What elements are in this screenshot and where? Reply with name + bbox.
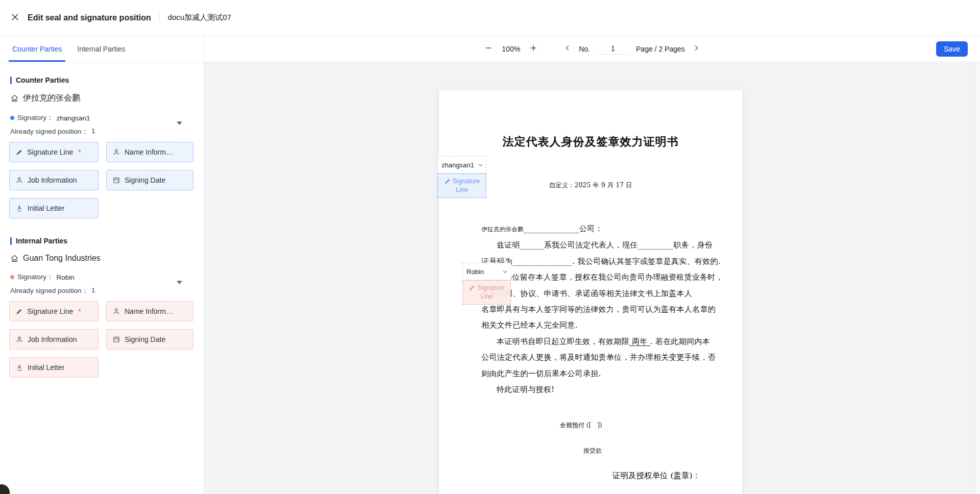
- user-icon: [16, 336, 23, 343]
- zoom-level: 100%: [500, 45, 522, 53]
- signatory-status-dot: [10, 275, 14, 279]
- signature-line-label: Signature: [477, 284, 505, 292]
- field-job-information[interactable]: Job Information: [9, 170, 99, 190]
- page-number-input[interactable]: [597, 43, 629, 55]
- field-label: Signature Line: [27, 148, 73, 156]
- caret-down-icon: [177, 278, 182, 286]
- plus-icon: [529, 44, 537, 54]
- home-icon: [10, 254, 19, 263]
- assignee-name: Robin: [467, 268, 502, 276]
- signature-overlay-counter: zhangsan1 Signature Line: [437, 156, 486, 198]
- required-asterisk: *: [78, 148, 81, 156]
- assignee-select[interactable]: Robin: [462, 263, 511, 280]
- signed-position-row: Already signed position： 1: [9, 286, 194, 295]
- required-asterisk: *: [78, 307, 81, 315]
- calendar-icon: [113, 336, 120, 343]
- section-accent-bar: [10, 237, 12, 245]
- field-label: Initial Letter: [28, 204, 64, 212]
- signature-line-placement[interactable]: Signature Line: [437, 174, 486, 198]
- collapse-signatory-button[interactable]: [176, 277, 183, 287]
- pen-icon: [16, 308, 22, 315]
- doc-line: 名章即具有与本人签字同等的法律效力，贵司可认为盖有本人名章的: [481, 302, 704, 317]
- field-job-information[interactable]: Job Information: [9, 329, 99, 350]
- document-title: 法定代表人身份及签章效力证明书: [439, 134, 742, 150]
- collapse-signatory-button[interactable]: [176, 118, 183, 128]
- signatory-name: Robin: [57, 274, 75, 281]
- field-label: Job Information: [28, 335, 77, 343]
- calendar-icon: [113, 177, 120, 184]
- field-initial-letter[interactable]: Initial Letter: [9, 357, 99, 378]
- sidebar-tabs: Counter Parties Internal Parties: [0, 36, 204, 62]
- chevron-down-icon: [502, 269, 508, 275]
- doc-line: 本证明书自即日起立即生效，有效期限 两年 . 若在此期间内本: [481, 334, 704, 350]
- sub-header: Counter Parties Internal Parties 100% No…: [0, 36, 980, 62]
- tab-counter-parties[interactable]: Counter Parties: [12, 36, 62, 62]
- assignee-select[interactable]: zhangsan1: [437, 156, 486, 174]
- signatory-label: Signatory：: [17, 113, 54, 122]
- field-label: Job Information: [28, 176, 77, 184]
- section-header: Counter Parties: [9, 76, 194, 84]
- field-initial-letter[interactable]: Initial Letter: [9, 198, 99, 218]
- signature-line-label: Signature: [453, 177, 480, 186]
- doc-line: 证号码为_______________. 我公司确认其签字或签章是真实、有效的.: [481, 254, 704, 269]
- tab-internal-parties[interactable]: Internal Parties: [77, 36, 125, 62]
- doc-line: 相关文件已经本人完全同意.: [481, 317, 704, 333]
- document-canvas: 法定代表人身份及签章效力证明书 自定义：2025 年 9 月 17 日 伊拉克的…: [204, 62, 980, 494]
- field-signing-date[interactable]: Signing Date: [106, 170, 193, 190]
- chevron-left-icon: [564, 44, 571, 53]
- field-name-inform[interactable]: Name Inform…: [106, 142, 193, 162]
- top-header: Edit seal and signature position docu加减人…: [0, 0, 980, 36]
- company-row: 伊拉克的张会鹏: [9, 93, 194, 104]
- doc-line: 贵单位留存本人签章，授权在我公司向贵司办理融资租赁业务时，: [481, 269, 704, 285]
- prev-page-button[interactable]: [563, 43, 572, 54]
- signed-position-count: 1: [91, 286, 95, 295]
- company-name: Guan Tong Industries: [23, 254, 101, 263]
- close-icon: [11, 13, 19, 23]
- section-title: Internal Parties: [16, 237, 67, 245]
- doc-line: 兹证明______系我公司法定代表人，现任_________职务，身份: [481, 237, 704, 253]
- field-label: Name Inform…: [125, 307, 173, 315]
- user-icon: [16, 177, 23, 184]
- vertical-scrollbar[interactable]: [975, 62, 980, 494]
- field-label: Name Inform…: [125, 148, 173, 156]
- tab-label: Internal Parties: [77, 45, 125, 53]
- assignee-name: zhangsan1: [442, 161, 478, 169]
- doc-line: 特此证明与授权!: [481, 382, 704, 398]
- company-name: 伊拉克的张会鹏: [23, 93, 80, 104]
- field-signing-date[interactable]: Signing Date: [106, 329, 193, 350]
- loan-line: 按贷款: [583, 447, 602, 455]
- user-icon: [113, 149, 120, 156]
- sidebar: Counter Parties 伊拉克的张会鹏 Signatory： zhang…: [0, 62, 204, 494]
- doc-line: 业务合同、协议、申请书、承诺函等相关法律文书上加盖本人: [481, 286, 704, 302]
- signatory-status-dot: [10, 116, 14, 120]
- zoom-out-button[interactable]: [483, 43, 494, 55]
- signed-position-count: 1: [91, 127, 95, 136]
- signature-line-label2: Line: [456, 186, 468, 194]
- app-window: Edit seal and signature position docu加减人…: [0, 0, 980, 494]
- document-name: docu加减人测试07: [168, 13, 231, 22]
- page-total-label: Page / 2 Pages: [636, 45, 685, 53]
- save-button[interactable]: Save: [936, 41, 968, 57]
- pen-icon: [444, 178, 451, 185]
- field-label: Signature Line: [27, 307, 73, 315]
- field-name-inform[interactable]: Name Inform…: [106, 301, 193, 322]
- close-button[interactable]: [8, 11, 21, 24]
- user-icon: [113, 308, 120, 315]
- page-no-label: No.: [579, 45, 590, 53]
- field-label: Signing Date: [125, 176, 165, 184]
- field-buttons-grid: Signature Line*Name Inform…Job Informati…: [9, 142, 194, 218]
- signatory-name: zhangsan1: [57, 114, 90, 122]
- field-signature-line[interactable]: Signature Line*: [9, 142, 99, 162]
- doc-line: 伊拉克的张会鹏______________公司：: [481, 221, 704, 237]
- company-row: Guan Tong Industries: [9, 254, 194, 263]
- zoom-in-button[interactable]: [528, 43, 538, 55]
- signature-line-placement[interactable]: Signature Line: [462, 280, 511, 305]
- section-accent-bar: [10, 77, 12, 84]
- stamp-line: 证明及授权单位 (盖章)：: [612, 471, 700, 481]
- signatory-row: Signatory： zhangsan1: [9, 113, 194, 122]
- initial-letter-icon: [16, 364, 23, 371]
- field-signature-line[interactable]: Signature Line*: [9, 301, 99, 322]
- signed-position-label: Already signed position：: [10, 286, 88, 295]
- next-page-button[interactable]: [692, 43, 701, 54]
- chevron-down-icon: [478, 162, 483, 168]
